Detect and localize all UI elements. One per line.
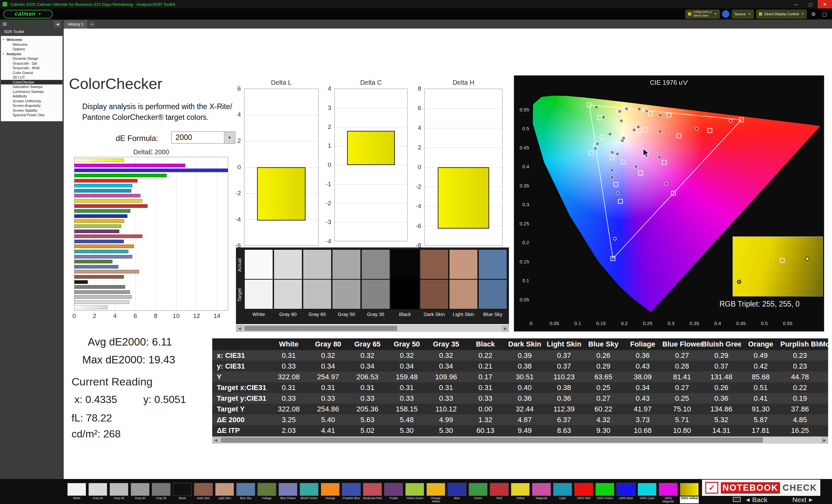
sidebar-item-grayscale-2pt[interactable]: Grayscale - 2pt [1,61,62,66]
bottom-swatch-red[interactable]: Red [490,483,509,503]
scrollbar-thumb[interactable] [244,326,397,331]
deltae-bar-black [74,280,88,284]
bottom-swatch-orange-yellow[interactable]: Orange Yellow [426,483,445,503]
patch-column-gray-50[interactable]: Gray 50 [332,249,361,319]
workspace-grid-icon[interactable]: ▦ [3,21,7,26]
sidebar-item-3d-lut[interactable]: 3D LUT [1,75,62,80]
table-cell: 37.86 [780,404,820,414]
bottom-swatch-100-magenta[interactable]: 100% Magenta [659,483,678,503]
sidebar-item-saturation-sweeps[interactable]: Saturation Sweeps [1,84,62,89]
sidebar-item-screen-stability[interactable]: Screen Stability [1,108,62,113]
patch-column-gray-80[interactable]: Gray 80 [274,249,302,319]
sidebar-collapse-button[interactable]: ◀ [54,21,61,28]
patch-column-gray-35[interactable]: Gray 35 [361,249,390,319]
bottom-swatch-100-cyan[interactable]: 100% Cyan [638,483,656,503]
axis-tick: -4 [416,203,421,210]
cie-x-tick: 0.4 [714,320,721,326]
bottom-swatch-gray-35[interactable]: Gray 35 [152,483,171,503]
title-bar: Calman 2025 Calman Ultimate for Business… [0,0,832,8]
sidebar-item-options[interactable]: Options [1,47,62,52]
sidebar-item-color-gamut[interactable]: Color Gamut [1,71,62,75]
tab-history-1[interactable]: History 1 [64,20,87,29]
maximize-button[interactable]: ▢ [803,0,818,8]
sidebar-item-colorchecker[interactable]: ColorChecker [1,80,62,85]
sidebar-section-welcome[interactable]: ▾Welcome [1,37,62,42]
patch-column-white[interactable]: White [244,249,273,319]
bottom-swatch-black[interactable]: Black [173,483,192,503]
patch-column-light-skin[interactable]: Light Skin [449,249,478,319]
main-toolbar: calman ▼ X-Rite i1Pro 2 Direct View ▼ So… [0,8,832,20]
meter-selector[interactable]: X-Rite i1Pro 2 Direct View ▼ [685,10,720,19]
next-button[interactable]: Next ▶ [792,496,813,504]
patch-label: Gray 50 [332,309,361,319]
sidebar-item-screen-angularity[interactable]: Screen Angularity [1,103,62,108]
bottom-swatch-cyan[interactable]: Cyan [553,483,572,503]
bottom-swatch-yellow[interactable]: Yellow [511,483,530,503]
table-cell: 3.73 [623,414,662,425]
fl-readout: fL: 78.22 [72,412,112,424]
cie-measured-marker [602,115,605,119]
bottom-swatch-light-skin[interactable]: Light Skin [215,483,234,503]
bottom-swatch-bluish-green[interactable]: Bluish Green [300,483,318,503]
calman-menu-button[interactable]: calman ▼ [3,10,53,19]
bottom-swatch-100-green[interactable]: 100% Green [595,483,614,503]
display-icon[interactable] [733,497,741,502]
bottom-swatch-100-blue[interactable]: 100% Blue [617,483,635,503]
bottom-swatch-yellow-green[interactable]: Yellow Green [405,483,424,503]
patch-column-dark-skin[interactable]: Dark Skin [420,249,448,319]
patch-column-gray-65[interactable]: Gray 65 [303,249,332,319]
back-button[interactable]: ◀ Back [746,496,767,504]
bottom-swatch-green[interactable]: Green [469,483,488,503]
source-badge-icon[interactable] [722,10,729,18]
bottom-swatch-100-yellow[interactable]: 100% Yellow [680,483,699,503]
bottom-swatch-gray-80[interactable]: Gray 80 [88,483,107,503]
sidebar-item-grayscale-multi[interactable]: Grayscale - Multi [1,65,62,71]
close-button[interactable]: ✕ [818,0,832,8]
tree-expand-icon[interactable]: ▾ [3,52,4,56]
bottom-swatch-purple[interactable]: Purple [384,483,403,503]
delta-l-title: Delta L [244,79,318,86]
scroll-right-icon[interactable]: ▶ [502,325,509,332]
minimize-button[interactable]: — [789,0,803,8]
patch-column-black[interactable]: Black [391,249,419,319]
bottom-swatch-dark-skin[interactable]: Dark Skin [194,483,213,503]
table-scrollbar[interactable]: ◀ ▶ [212,437,828,444]
actual-swatch [332,249,361,279]
bottom-swatch-magenta[interactable]: Magenta [532,483,551,503]
bottom-swatch-foliage[interactable]: Foliage [257,483,276,503]
patch-column-blue-sky[interactable]: Blue Sky [478,249,507,319]
sidebar-section-analysis[interactable]: ▾Analysis [1,52,62,56]
tree-expand-icon[interactable]: ▾ [3,37,4,42]
sidebar-item-luminance-sweeps[interactable]: Luminance Sweeps [1,89,62,94]
scroll-left-icon[interactable]: ◀ [236,325,243,332]
bottom-swatch-blue-sky[interactable]: Blue Sky [236,483,255,503]
bottom-swatch-100-red[interactable]: 100% Red [574,483,593,503]
scroll-left-icon[interactable]: ◀ [212,437,219,444]
add-tab-button[interactable]: + [89,21,95,27]
bottom-swatch-blue[interactable]: Blue [447,483,466,503]
source-selector[interactable]: Source ▼ [732,10,754,19]
window-layout-icon[interactable]: ▢ [820,11,829,17]
bottom-swatch-purplish-blue[interactable]: Purplish Blue [342,483,361,503]
scrollbar-thumb[interactable] [221,438,763,443]
sidebar-item-dynamic-range[interactable]: Dynamic Range [1,56,62,61]
gear-icon[interactable]: ⚙ [809,11,818,17]
sidebar-item-screen-uniformity[interactable]: Screen Uniformity [1,99,62,104]
sidebar-item-spectral-power-dist[interactable]: Spectral Power Dist. [1,113,62,117]
scroll-right-icon[interactable]: ▶ [821,437,828,444]
table-cell: 60.72 [820,371,828,382]
bottom-swatch-moderate-red[interactable]: Moderate Red [363,483,382,503]
deltae-bar-dark-skin [74,275,124,279]
bottom-swatch-gray-50[interactable]: Gray 50 [131,483,150,503]
patch-strip-scrollbar[interactable]: ◀ ▶ [236,325,509,332]
bottom-swatch-orange[interactable]: Orange [321,483,340,503]
display-control-selector[interactable]: Direct Display Control ▼ [756,10,807,19]
sidebar-item-additivity[interactable]: Additivity [1,94,62,99]
sidebar-item-welcome[interactable]: Welcome [1,42,62,47]
cie-measured-marker [618,110,621,113]
bottom-swatch-blue-flower[interactable]: Blue Flower [279,483,297,503]
bottom-swatch-gray-65[interactable]: Gray 65 [109,483,128,503]
swatch-color [131,483,150,496]
swatch-color [257,483,276,496]
bottom-swatch-white[interactable]: White [67,483,86,503]
